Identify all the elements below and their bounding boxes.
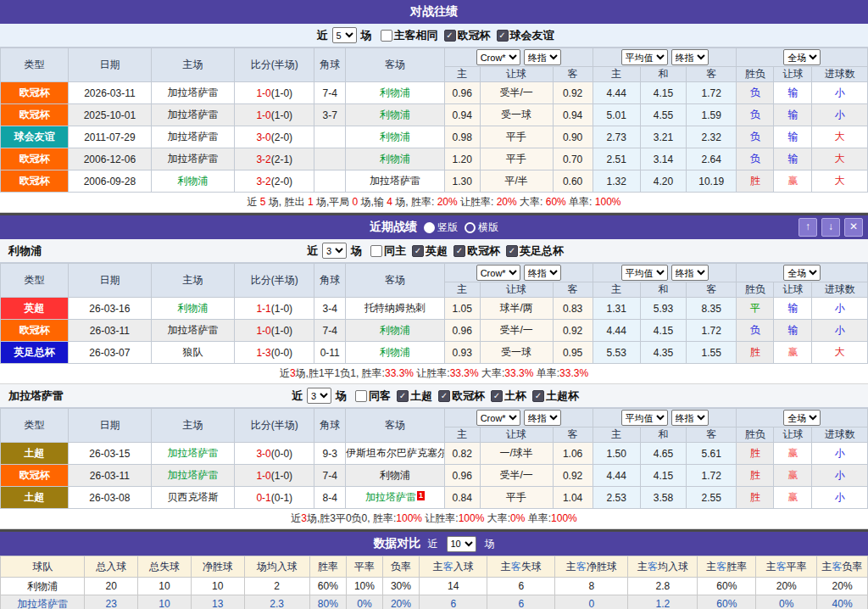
radio-selected-icon xyxy=(424,222,435,233)
h2h-odds-secondary-select[interactable]: 终指 xyxy=(524,49,561,65)
radio-horizontal[interactable]: 横版 xyxy=(465,221,498,235)
compare-value: 30% xyxy=(382,578,420,595)
galatasaray-odds-secondary-select[interactable]: 终指 xyxy=(524,410,561,426)
move-up-button[interactable]: ↑ xyxy=(798,218,817,237)
average-away: 8.35 xyxy=(687,298,737,320)
compare-team-name: 利物浦 xyxy=(1,578,85,595)
column-header: 进球数 xyxy=(812,67,868,82)
competition-badge: 欧冠杯 xyxy=(1,170,69,193)
compare-column-header: 主客负率 xyxy=(817,556,868,578)
h2h-count-select[interactable]: 5 xyxy=(332,27,357,43)
average-draw: 4.20 xyxy=(640,170,686,193)
odds-handicap: 平手 xyxy=(480,487,553,509)
h2h-scope-select[interactable]: 全场 xyxy=(783,49,821,65)
liverpool-count-select[interactable]: 3 xyxy=(322,243,347,259)
compare-value: 6 xyxy=(420,595,487,609)
liverpool-filter-checkbox[interactable]: ✓欧冠杯 xyxy=(448,243,500,259)
move-down-button[interactable]: ↓ xyxy=(821,218,840,237)
column-header: 和 xyxy=(640,282,686,298)
average-home: 5.53 xyxy=(593,342,640,364)
galatasaray-count-select[interactable]: 3 xyxy=(307,388,331,404)
odds-select-group: Crow*终指 xyxy=(444,264,593,282)
compare-column-header: 负率 xyxy=(382,556,420,578)
galatasaray-filter-checkbox[interactable]: ✓土杯 xyxy=(485,388,526,404)
h2h-average-select[interactable]: 平均值 xyxy=(621,49,668,65)
match-row: 欧冠杯2026-03-11加拉塔萨雷1-0(1-0)7-4利物浦0.96受半/一… xyxy=(1,82,868,104)
odds-handicap: 受半/一 xyxy=(480,320,553,342)
liverpool-odds-primary-select[interactable]: Crow* xyxy=(476,265,520,281)
h2h-average-secondary-select[interactable]: 终指 xyxy=(671,49,709,65)
liverpool-filter-checkbox[interactable]: ✓英超 xyxy=(406,243,448,259)
galatasaray-scope-select[interactable]: 全场 xyxy=(783,410,821,426)
corner-score: 8-4 xyxy=(314,487,346,509)
checked-checkbox-icon: ✓ xyxy=(532,390,544,402)
liverpool-table-container: 类型日期主场比分(半场)角球客场Crow*终指平均值终指全场主让球客主和客胜负让… xyxy=(0,263,868,364)
h2h-title-bar: 对战往绩 xyxy=(0,0,868,24)
galatasaray-filter-checkbox[interactable]: ✓土超杯 xyxy=(526,388,579,404)
result-wdl: 负 xyxy=(737,82,774,104)
average-away: 2.32 xyxy=(687,126,737,148)
compare-value: 10 xyxy=(138,578,192,595)
scope-select-group: 全场 xyxy=(737,48,868,67)
liverpool-average-secondary-select[interactable]: 终指 xyxy=(671,265,709,281)
corner-score: 3-7 xyxy=(314,104,346,126)
galatasaray-summary: 近3场,胜3平0负0, 胜率:100% 让胜率:100% 大率:0% 单率:10… xyxy=(0,509,868,529)
checkbox-label: 球会友谊 xyxy=(510,28,554,43)
column-header: 角球 xyxy=(314,48,346,82)
odds-handicap: 平手 xyxy=(480,126,553,148)
average-away: 1.72 xyxy=(687,320,737,342)
result-handicap: 输 xyxy=(774,148,812,170)
match-date: 2011-07-29 xyxy=(68,126,151,148)
odds-handicap: 受一球 xyxy=(480,104,553,126)
galatasaray-filter-checkbox[interactable]: ✓土超 xyxy=(391,388,432,404)
h2h-filter-checkbox[interactable]: ✓球会友谊 xyxy=(491,28,554,43)
checked-checkbox-icon: ✓ xyxy=(397,390,409,402)
h2h-odds-primary-select[interactable]: Crow* xyxy=(476,49,520,65)
compare-value: 1.2 xyxy=(628,595,698,609)
result-goals: 小 xyxy=(812,487,868,509)
result-handicap: 赢 xyxy=(774,170,812,193)
near-label: 近 xyxy=(428,537,438,551)
corner-score xyxy=(314,148,346,170)
match-score: 1-0(1-0) xyxy=(235,465,314,487)
competition-badge: 英超 xyxy=(1,298,69,320)
match-row: 欧冠杯2006-12-06加拉塔萨雷3-2(2-1)利物浦1.20平手0.702… xyxy=(1,148,868,170)
corner-score: 7-4 xyxy=(314,320,346,342)
matches-label: 场 xyxy=(336,388,347,404)
home-team: 加拉塔萨雷 xyxy=(151,148,234,170)
average-away: 1.72 xyxy=(687,82,737,104)
liverpool-average-select[interactable]: 平均值 xyxy=(621,265,668,281)
result-goals: 大 xyxy=(812,126,868,148)
galatasaray-filter-checkbox[interactable]: ✓欧冠杯 xyxy=(432,388,485,404)
result-wdl: 胜 xyxy=(737,465,774,487)
liverpool-scope-select[interactable]: 全场 xyxy=(783,265,821,281)
compare-column-header: 净胜球 xyxy=(191,556,244,578)
column-header: 客场 xyxy=(346,48,445,82)
liverpool-filter-checkbox[interactable]: 同主 xyxy=(364,243,406,259)
radio-vertical[interactable]: 竖版 xyxy=(424,221,458,235)
radio-vertical-label: 竖版 xyxy=(437,221,458,235)
liverpool-filter-checkbox[interactable]: ✓英足总杯 xyxy=(500,243,564,259)
scope-select-group: 全场 xyxy=(737,264,868,282)
odds-home: 0.94 xyxy=(444,104,480,126)
compare-count-select[interactable]: 10 xyxy=(447,536,476,552)
galatasaray-filter-checkbox[interactable]: 同客 xyxy=(349,388,391,404)
h2h-filter-checkbox[interactable]: ✓欧冠杯 xyxy=(438,28,491,43)
checkbox-label: 土超 xyxy=(410,388,432,404)
galatasaray-average-secondary-select[interactable]: 终指 xyxy=(671,410,709,426)
liverpool-filter-controls: 近3场同主✓英超✓欧冠杯✓英足总杯 xyxy=(304,243,564,259)
h2h-filter-checkbox[interactable]: 主客相同 xyxy=(375,28,438,43)
galatasaray-odds-primary-select[interactable]: Crow* xyxy=(476,410,520,426)
result-handicap: 赢 xyxy=(774,465,812,487)
result-wdl: 负 xyxy=(737,126,774,148)
result-goals: 小 xyxy=(812,298,868,320)
close-button[interactable]: ✕ xyxy=(844,218,863,237)
radio-horizontal-label: 横版 xyxy=(478,221,498,235)
column-header: 胜负 xyxy=(737,427,774,443)
galatasaray-average-select[interactable]: 平均值 xyxy=(621,410,668,426)
liverpool-odds-secondary-select[interactable]: 终指 xyxy=(524,265,561,281)
corner-score xyxy=(314,126,346,148)
column-header: 客 xyxy=(687,427,737,443)
home-team: 加拉塔萨雷 xyxy=(151,126,234,148)
near-label: 近 xyxy=(307,243,318,259)
